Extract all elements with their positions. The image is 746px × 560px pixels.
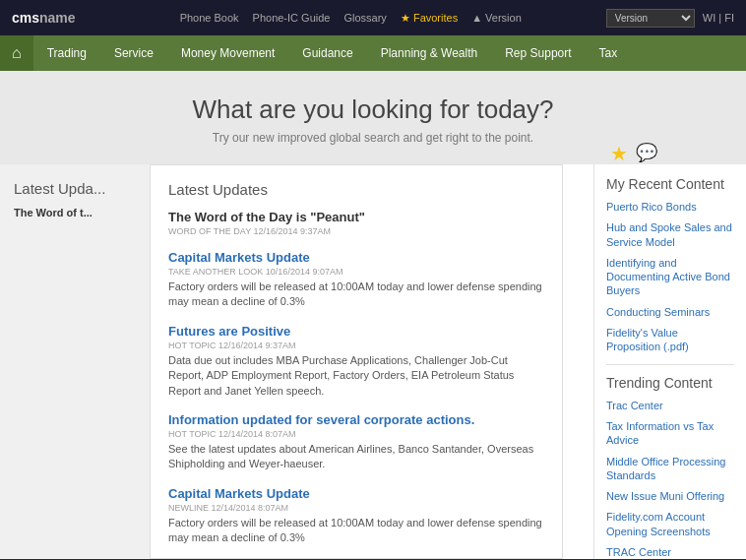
- news-item-1: Capital Markets Update TAKE ANOTHER LOOK…: [168, 250, 544, 310]
- recent-link-1[interactable]: Hub and Spoke Sales and Service Model: [606, 220, 734, 249]
- recent-content-title: My Recent Content: [606, 176, 734, 192]
- nav-guidance[interactable]: Guidance: [288, 35, 366, 71]
- news-item-4-link[interactable]: Capital Markets Update: [168, 486, 544, 501]
- recent-link-3[interactable]: Conducting Seminars: [606, 305, 734, 319]
- nav-trading[interactable]: Trading: [33, 35, 100, 71]
- nav-service[interactable]: Service: [100, 35, 167, 71]
- recent-link-0[interactable]: Puerto Rico Bonds: [606, 200, 734, 214]
- news-item-4-desc: Factory orders will be released at 10:00…: [168, 516, 544, 546]
- top-nav-links: Phone Book Phone-IC Guide Glossary ★ Fav…: [111, 12, 591, 25]
- top-bar: cmsname Phone Book Phone-IC Guide Glossa…: [0, 0, 746, 35]
- latest-updates-title: Latest Updates: [168, 181, 544, 198]
- nav-rep-support[interactable]: Rep Support: [491, 35, 585, 71]
- trending-link-5[interactable]: TRAC Center: [606, 545, 734, 559]
- search-title: What are you looking for today?: [20, 94, 726, 125]
- home-icon: ⌂: [12, 44, 22, 62]
- news-item-3: Information updated for several corporat…: [168, 412, 544, 472]
- nav-planning-wealth[interactable]: Planning & Wealth: [367, 35, 492, 71]
- nav-tax[interactable]: Tax: [586, 35, 632, 71]
- news-item-0: The Word of the Day is "Peanut" WORD OF …: [168, 210, 544, 236]
- sidebar-divider-1: [606, 364, 734, 365]
- main-area: Latest Upda... The Word of t... Latest U…: [0, 164, 746, 559]
- left-shadow-title: Latest Upda...: [0, 164, 156, 207]
- chat-icon[interactable]: 💬: [636, 142, 657, 165]
- trending-link-0[interactable]: Trac Center: [606, 399, 734, 412]
- phonebook-link[interactable]: Phone Book: [180, 12, 239, 25]
- news-item-2-meta: HOT TOPIC 12/16/2014 9:37AM: [168, 341, 544, 350]
- nav-items: Trading Service Money Movement Guidance …: [33, 35, 632, 71]
- recent-link-2[interactable]: Identifying and Documenting Active Bond …: [606, 256, 734, 298]
- news-item-2-link[interactable]: Futures are Positive: [168, 324, 544, 339]
- content-panel: Latest Updates The Word of the Day is "P…: [150, 164, 563, 559]
- news-item-0-meta: WORD OF THE DAY 12/16/2014 9:37AM: [168, 226, 544, 236]
- favorites-link[interactable]: ★ Favorites: [401, 12, 458, 25]
- news-item-1-desc: Factory orders will be released at 10:00…: [168, 280, 544, 310]
- trending-link-4[interactable]: Fidelity.com Account Opening Screenshots: [606, 510, 734, 538]
- favorites-star-icon[interactable]: ★: [610, 142, 628, 165]
- news-item-2-desc: Data due out includes MBA Purchase Appli…: [168, 353, 544, 399]
- phoneic-link[interactable]: Phone-IC Guide: [253, 12, 331, 25]
- nav-money-movement[interactable]: Money Movement: [167, 35, 288, 71]
- nav-bar: ⌂ Trading Service Money Movement Guidanc…: [0, 35, 746, 71]
- trending-link-1[interactable]: Tax Information vs Tax Advice: [606, 419, 734, 448]
- glossary-link[interactable]: Glossary: [343, 12, 386, 25]
- news-item-0-title: The Word of the Day is "Peanut": [168, 210, 544, 224]
- trending-content-title: Trending Content: [606, 375, 734, 391]
- left-shadow-word: The Word of t...: [0, 207, 156, 222]
- hero-icons: ★ 💬: [610, 142, 657, 165]
- version-select[interactable]: Version: [606, 9, 695, 28]
- version-link[interactable]: ▲ Version: [471, 12, 522, 25]
- news-item-3-meta: HOT TOPIC 12/14/2014 8:07AM: [168, 429, 544, 439]
- top-right: Version WI | FI: [606, 9, 734, 28]
- news-item-4: Capital Markets Update NEWLINE 12/14/201…: [168, 486, 544, 546]
- news-item-1-link[interactable]: Capital Markets Update: [168, 250, 544, 265]
- home-button[interactable]: ⌂: [0, 35, 33, 71]
- news-item-2: Futures are Positive HOT TOPIC 12/16/201…: [168, 324, 544, 399]
- news-item-3-desc: See the latest updates about American Ai…: [168, 442, 544, 472]
- recent-link-4[interactable]: Fidelity's Value Proposition (.pdf): [606, 326, 734, 354]
- news-item-3-link[interactable]: Information updated for several corporat…: [168, 412, 544, 427]
- news-item-1-meta: TAKE ANOTHER LOOK 10/16/2014 9:07AM: [168, 267, 544, 277]
- right-sidebar: My Recent Content Puerto Rico Bonds Hub …: [593, 164, 746, 559]
- search-hero: What are you looking for today? Try our …: [0, 71, 746, 164]
- trending-link-2[interactable]: Middle Office Processing Standards: [606, 455, 734, 483]
- language-links[interactable]: WI | FI: [703, 12, 734, 24]
- left-shadow-panel: Latest Upda... The Word of t...: [0, 164, 157, 559]
- cms-logo: cmsname: [12, 10, 76, 26]
- trending-link-3[interactable]: New Issue Muni Offering: [606, 489, 734, 503]
- news-item-4-meta: NEWLINE 12/14/2014 8:07AM: [168, 503, 544, 513]
